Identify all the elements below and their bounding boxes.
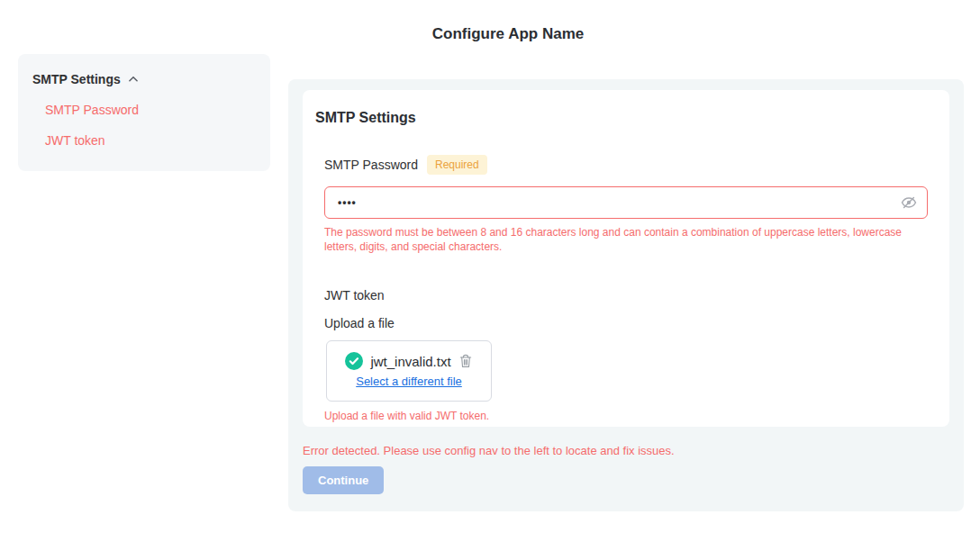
smtp-password-error: The password must be between 8 and 16 ch… (324, 225, 921, 254)
nav-group-label: SMTP Settings (32, 72, 121, 86)
smtp-password-label: SMTP Password (324, 158, 418, 172)
file-upload-box[interactable]: jwt_invalid.txt Select a different file (326, 340, 492, 402)
nav-item-smtp-password[interactable]: SMTP Password (45, 103, 256, 117)
trash-icon[interactable] (458, 353, 473, 369)
card-title: SMTP Settings (315, 110, 928, 126)
page-title: Configure App Name (36, 25, 980, 43)
smtp-password-label-row: SMTP Password Required (324, 155, 928, 175)
config-panel: SMTP Settings SMTP Password Required The… (288, 79, 964, 511)
check-circle-icon (345, 352, 363, 370)
panel-error-message: Error detected. Please use config nav to… (303, 444, 949, 457)
nav-group-smtp-settings[interactable]: SMTP Settings (32, 72, 256, 86)
smtp-password-input[interactable] (324, 186, 928, 219)
eye-off-icon[interactable] (900, 194, 918, 212)
config-nav: SMTP Settings SMTP Password JWT token (18, 54, 270, 171)
smtp-password-input-wrap (324, 186, 928, 219)
required-badge: Required (427, 155, 487, 175)
nav-item-jwt-token[interactable]: JWT token (45, 133, 256, 148)
select-different-file-link[interactable]: Select a different file (356, 375, 462, 388)
uploaded-file-row: jwt_invalid.txt (336, 352, 482, 370)
upload-file-label: Upload a file (324, 316, 928, 330)
uploaded-file-name: jwt_invalid.txt (370, 354, 450, 369)
jwt-token-error: Upload a file with valid JWT token. (324, 410, 928, 422)
continue-button[interactable]: Continue (303, 466, 384, 494)
jwt-token-label: JWT token (324, 288, 928, 303)
chevron-up-icon (127, 73, 140, 86)
smtp-settings-card: SMTP Settings SMTP Password Required The… (303, 90, 949, 427)
